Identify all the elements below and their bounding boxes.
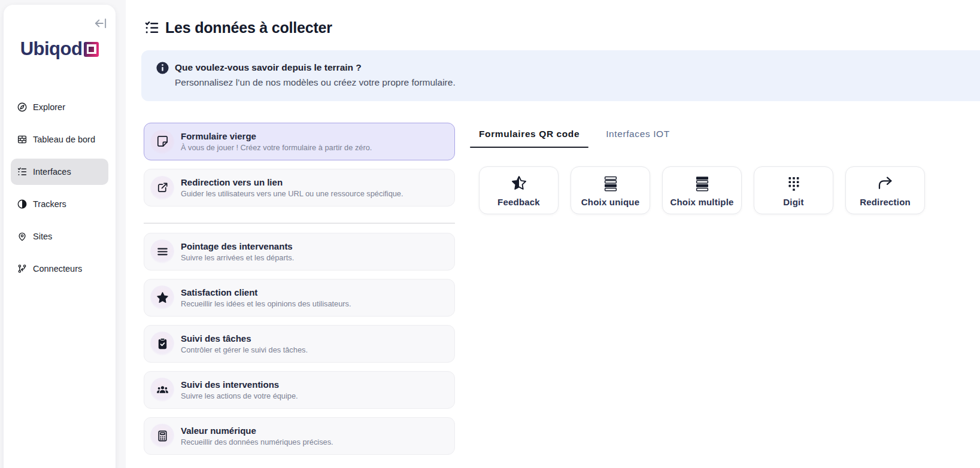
sidebar-item-label: Explorer — [33, 102, 65, 112]
external-link-icon — [150, 176, 174, 200]
dialpad-icon — [785, 174, 803, 192]
template-title: Pointage des intervenants — [181, 241, 294, 251]
template-subtitle: Recueillir des données numériques précis… — [181, 437, 333, 446]
qr-card-label: Choix multiple — [670, 197, 733, 207]
template-subtitle: Suivre les actions de votre équipe. — [181, 391, 298, 400]
users-icon — [150, 378, 174, 402]
qr-card-label: Feedback — [497, 197, 540, 207]
template-card-satisfaction-client[interactable]: Satisfaction client Recueillir les idées… — [144, 279, 455, 317]
star-icon — [150, 285, 174, 309]
sidebar-item-label: Trackers — [33, 199, 66, 209]
sidebar-item-label: Interfaces — [33, 167, 71, 177]
app-logo[interactable]: Ubiqod — [4, 38, 116, 60]
sidebar-item-label: Connecteurs — [33, 264, 82, 273]
list-check-icon — [144, 20, 160, 36]
page-title: Les données à collecter — [165, 19, 332, 37]
template-title: Valeur numérique — [181, 426, 333, 436]
template-subtitle: Guider les utilisateurs vers une URL ou … — [181, 189, 403, 198]
sidebar-item-connecteurs[interactable]: Connecteurs — [11, 256, 108, 282]
tab-interfaces-iot[interactable]: Interfaces IOT — [597, 129, 679, 148]
template-card-redirection-lien[interactable]: Redirection vers un lien Guider les util… — [144, 169, 455, 206]
sidebar-item-explorer[interactable]: Explorer — [11, 94, 108, 120]
sidebar-item-label: Tableau de bord — [33, 135, 95, 144]
template-card-suivi-interventions[interactable]: Suivi des interventions Suivre les actio… — [144, 371, 455, 409]
qr-card-grid: Feedback Choix unique — [479, 166, 925, 214]
sidebar: Ubiqod Explorer Tableau de — [4, 5, 116, 468]
qr-card-label: Redirection — [860, 197, 911, 207]
calculator-icon — [150, 424, 174, 448]
template-title: Satisfaction client — [181, 287, 351, 297]
arrow-forward-icon — [876, 174, 894, 192]
qr-card-choix-unique[interactable]: Choix unique — [571, 166, 650, 214]
sidebar-item-trackers[interactable]: Trackers — [11, 191, 108, 217]
logo-square-icon — [84, 42, 99, 57]
qr-card-feedback[interactable]: Feedback — [479, 166, 559, 214]
tab-formulaires-qr-code[interactable]: Formulaires QR code — [470, 129, 588, 148]
banner-title: Que voulez-vous savoir depuis le terrain… — [175, 62, 362, 73]
sidebar-item-tableau-de-bord[interactable]: Tableau de bord — [11, 126, 108, 153]
rows-two-filled-icon — [693, 174, 711, 192]
wall-icon — [17, 134, 28, 145]
info-icon — [156, 61, 169, 75]
git-branch-icon — [17, 263, 28, 274]
template-subtitle: Recueillir les idées et les opinions des… — [181, 299, 351, 308]
star-half-icon — [510, 174, 528, 192]
note-icon — [150, 130, 174, 154]
template-title: Formulaire vierge — [181, 131, 372, 141]
template-title: Suivi des interventions — [181, 379, 298, 390]
qr-card-label: Choix unique — [581, 197, 639, 207]
template-subtitle: À vous de jouer ! Créez votre formulaire… — [181, 143, 372, 152]
page-title-row: Les données à collecter — [144, 19, 332, 37]
banner-subtitle: Personnalisez l’un de nos modèles ou cré… — [175, 77, 456, 88]
template-title: Suivi des tâches — [181, 333, 308, 344]
collapse-sidebar-icon[interactable] — [93, 16, 108, 31]
sidebar-rail: Ubiqod Explorer Tableau de — [0, 0, 126, 468]
template-subtitle: Suivre les arrivées et les départs. — [181, 253, 294, 262]
menu-lines-icon — [150, 239, 174, 263]
map-pin-icon — [17, 231, 28, 242]
qr-card-choix-multiple[interactable]: Choix multiple — [662, 166, 742, 214]
qr-card-digit[interactable]: Digit — [754, 166, 833, 214]
template-title: Redirection vers un lien — [181, 177, 403, 187]
template-list-divider — [144, 223, 455, 224]
sidebar-item-sites[interactable]: Sites — [11, 223, 108, 250]
template-subtitle: Contrôler et gérer le suivi des tâches. — [181, 345, 308, 354]
info-banner: Que voulez-vous savoir depuis le terrain… — [141, 50, 980, 101]
logo-text: Ubiqod — [20, 38, 83, 60]
list-check-icon — [17, 166, 28, 177]
template-card-pointage-intervenants[interactable]: Pointage des intervenants Suivre les arr… — [144, 233, 455, 271]
qr-card-label: Digit — [783, 197, 803, 207]
contrast-icon — [17, 199, 28, 209]
sidebar-nav: Explorer Tableau de bord Interfaces — [11, 94, 108, 282]
sidebar-item-interfaces[interactable]: Interfaces — [11, 159, 108, 185]
template-card-suivi-taches[interactable]: Suivi des tâches Contrôler et gérer le s… — [144, 325, 455, 363]
template-list: Formulaire vierge À vous de jouer ! Crée… — [144, 123, 455, 455]
interface-type-panel: Formulaires QR code Interfaces IOT Feedb… — [479, 129, 980, 148]
tab-bar: Formulaires QR code Interfaces IOT — [470, 129, 980, 148]
qr-card-redirection[interactable]: Redirection — [845, 166, 925, 214]
main-content: Les données à collecter Que voulez-vous … — [126, 0, 980, 468]
sidebar-item-label: Sites — [33, 232, 52, 241]
template-card-formulaire-vierge[interactable]: Formulaire vierge À vous de jouer ! Crée… — [144, 123, 455, 160]
rows-one-filled-icon — [602, 174, 620, 192]
compass-icon — [17, 102, 28, 113]
clipboard-check-icon — [150, 332, 174, 355]
template-card-valeur-numerique[interactable]: Valeur numérique Recueillir des données … — [144, 417, 455, 455]
